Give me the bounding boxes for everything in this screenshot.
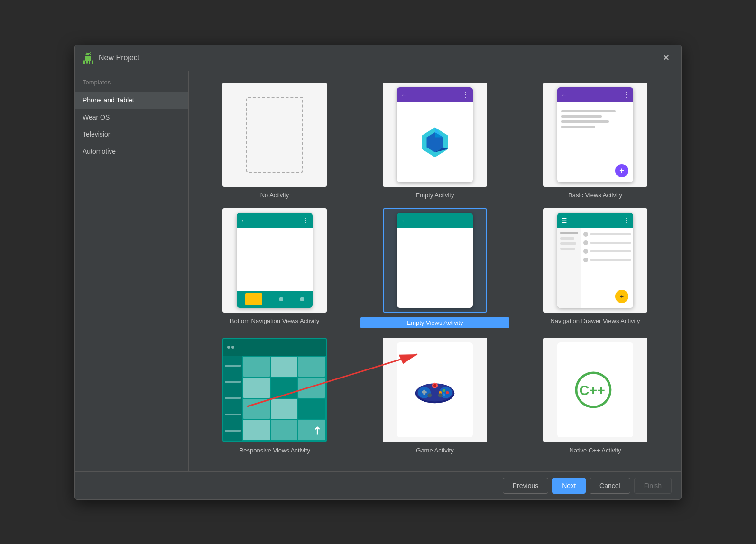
menu-icon-nav-drawer: ☰ (561, 217, 567, 224)
svg-point-18 (433, 384, 436, 387)
phone-body-bottom-nav (237, 228, 313, 291)
sidebar-item-wear-os[interactable]: Wear OS (75, 109, 188, 126)
cancel-button[interactable]: Cancel (590, 478, 630, 494)
game-thumb-content (397, 342, 473, 437)
nav-drawer-line-2 (560, 237, 574, 240)
phone-body-empty-views (397, 228, 473, 308)
template-label-responsive-views: Responsive Views Activity (239, 447, 310, 454)
nav-drawer-list-lines (583, 232, 631, 262)
phone-toolbar-basic-views: ← ⋮ (557, 87, 633, 102)
close-button[interactable]: ✕ (659, 51, 673, 65)
cpp-logo-icon: C++ (572, 371, 619, 409)
templates-grid: No Activity ← ⋮ (200, 83, 670, 454)
template-label-cpp: Native C++ Activity (569, 447, 621, 454)
dialog-footer: Previous Next Cancel Finish (75, 471, 681, 499)
bottom-nav-active-item (245, 293, 262, 305)
svg-point-13 (443, 393, 445, 396)
menu-dots-icon: ⋮ (462, 91, 469, 99)
template-label-no-activity: No Activity (260, 192, 289, 199)
nav-drawer-line-1 (560, 232, 578, 234)
list-line-4 (583, 258, 631, 262)
cpp-thumb-content: C++ (557, 342, 633, 437)
sidebar-item-automotive[interactable]: Automotive (75, 143, 188, 160)
template-bottom-nav-views[interactable]: ← ⋮ Bottom Navigation Views Activity (200, 208, 349, 328)
android-logo-icon (83, 52, 94, 64)
phone-body-empty-activity (397, 102, 473, 182)
template-thumb-game (383, 338, 487, 442)
list-dot-1 (583, 232, 588, 237)
nav-drawer-line-4 (560, 248, 575, 250)
list-line-1 (583, 232, 631, 237)
previous-button[interactable]: Previous (503, 478, 548, 494)
bottom-nav-bar (237, 291, 313, 308)
phone-toolbar-bottom-nav: ← ⋮ (237, 213, 313, 228)
template-empty-activity[interactable]: ← ⋮ (360, 83, 509, 199)
template-label-empty-views: Empty Views Activity (360, 317, 509, 328)
back-icon-basic: ← (561, 91, 568, 99)
nav-drawer-line-3 (560, 242, 576, 245)
sidebar-section-label: Templates (75, 79, 188, 92)
template-no-activity[interactable]: No Activity (200, 83, 349, 199)
nav-drawer-fab: + (615, 290, 628, 303)
list-text-1 (590, 233, 631, 235)
phone-mock-nav-drawer: ☰ ⋮ (557, 213, 633, 308)
svg-point-12 (446, 391, 449, 394)
svg-point-16 (438, 393, 443, 397)
list-line-3 (583, 249, 631, 254)
dialog-title-bar: New Project ✕ (75, 45, 681, 71)
phone-toolbar-empty-activity: ← ⋮ (397, 87, 473, 102)
menu-icon-bottom-nav: ⋮ (302, 217, 309, 224)
list-line-2 (583, 240, 631, 245)
template-thumb-bottom-nav: ← ⋮ (222, 208, 327, 313)
basic-views-fab: + (615, 164, 628, 177)
finish-button[interactable]: Finish (634, 478, 672, 494)
template-thumb-empty-views: ← (383, 208, 487, 313)
phone-body-nav-drawer: + (557, 228, 633, 308)
template-thumb-responsive-views: ↗ (222, 338, 327, 442)
empty-activity-icon (397, 102, 473, 182)
template-label-empty-activity: Empty Activity (416, 192, 454, 199)
bottom-nav-item-2 (279, 297, 283, 301)
phone-mock-empty-views: ← (397, 213, 473, 308)
sidebar-item-phone-tablet[interactable]: Phone and Tablet (75, 92, 188, 109)
phone-toolbar-nav-drawer: ☰ ⋮ (557, 213, 633, 228)
game-controller-icon (414, 373, 456, 406)
svg-rect-10 (423, 389, 425, 395)
template-native-cpp[interactable]: C++ Native C++ Activity (521, 338, 670, 454)
template-responsive-views[interactable]: ↗ Responsive Views Activity (200, 338, 349, 454)
back-icon-empty-views: ← (401, 217, 407, 224)
next-button[interactable]: Next (552, 478, 586, 494)
back-arrow-icon: ← (401, 91, 407, 99)
template-empty-views-activity[interactable]: ← Empty Views Activity (360, 208, 509, 328)
dialog-body: Templates Phone and Tablet Wear OS Telev… (75, 71, 681, 471)
svg-text:C++: C++ (579, 383, 605, 398)
nav-drawer-side-panel (557, 228, 581, 308)
bottom-nav-item-3 (300, 297, 304, 301)
list-dot-4 (583, 258, 588, 262)
sidebar: Templates Phone and Tablet Wear OS Telev… (75, 71, 189, 471)
svg-point-15 (427, 393, 432, 397)
list-text-3 (590, 250, 631, 252)
phone-mock-basic-views: ← ⋮ + (557, 87, 633, 182)
phone-toolbar-empty-views: ← (397, 213, 473, 228)
main-content: No Activity ← ⋮ (189, 71, 681, 471)
phone-body-basic-views: + (557, 102, 633, 182)
dialog-title: New Project (99, 54, 139, 62)
template-thumb-basic-views: ← ⋮ + (543, 83, 647, 187)
template-basic-views-activity[interactable]: ← ⋮ + (521, 83, 670, 199)
template-thumb-empty-activity: ← ⋮ (383, 83, 487, 187)
list-text-2 (590, 242, 631, 244)
template-label-game: Game Activity (416, 447, 453, 454)
template-nav-drawer-views[interactable]: ☰ ⋮ (521, 208, 670, 328)
template-thumb-cpp: C++ (543, 338, 647, 442)
list-text-4 (590, 259, 631, 261)
template-game-activity[interactable]: Game Activity (360, 338, 509, 454)
menu-icon-basic: ⋮ (623, 91, 629, 99)
new-project-dialog: New Project ✕ Templates Phone and Tablet… (74, 45, 682, 500)
dots-icon-nav-drawer: ⋮ (623, 217, 629, 224)
svg-point-11 (443, 389, 445, 392)
phone-mock-bottom-nav: ← ⋮ (237, 213, 313, 308)
template-label-nav-drawer: Navigation Drawer Views Activity (550, 317, 640, 324)
sidebar-item-television[interactable]: Television (75, 126, 188, 143)
template-thumb-no-activity (222, 83, 327, 187)
